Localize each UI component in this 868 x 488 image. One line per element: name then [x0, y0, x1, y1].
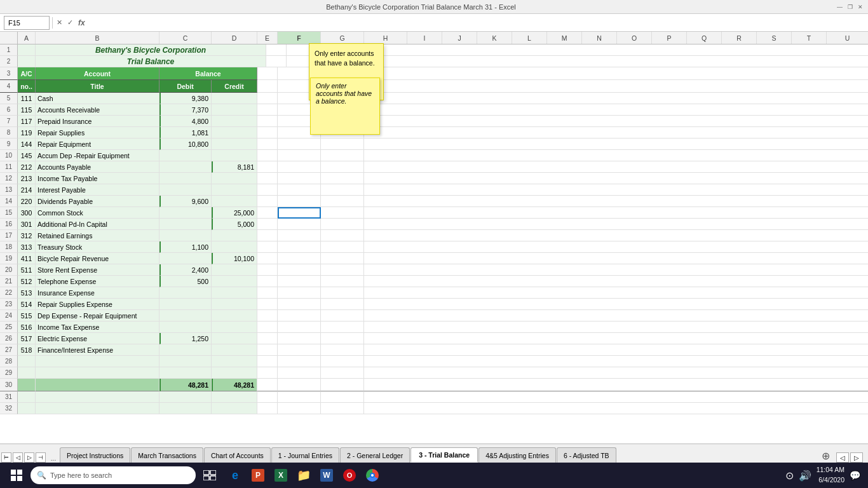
cell-f[interactable]: [278, 333, 321, 344]
cell-f[interactable]: [278, 276, 321, 287]
cell-debit[interactable]: [159, 299, 212, 310]
tab-general-ledger[interactable]: 2 - General Ledger: [340, 447, 410, 463]
cell-f[interactable]: [278, 264, 321, 276]
cell-credit[interactable]: [212, 367, 257, 379]
tab-march-transactions[interactable]: March Transactions: [131, 447, 203, 463]
cell-acnum[interactable]: 514: [18, 299, 36, 310]
cell-e2[interactable]: [266, 56, 287, 67]
cell-acno-header[interactable]: no..: [18, 80, 36, 93]
scroll-left-btn[interactable]: ◁: [836, 452, 849, 463]
cell-acname[interactable]: Treasury Stock: [36, 241, 159, 253]
cell-acnum[interactable]: 214: [18, 184, 36, 196]
cell-acname[interactable]: Income Tax Payable: [36, 173, 159, 184]
cell-f[interactable]: [278, 161, 321, 173]
cell-acnum[interactable]: 213: [18, 173, 36, 184]
cell-f[interactable]: [278, 184, 321, 196]
cell-g[interactable]: [321, 264, 364, 276]
cell-debit[interactable]: 48,281: [159, 379, 212, 391]
cell-credit[interactable]: 8,181: [212, 161, 257, 173]
cell-credit[interactable]: 10,100: [212, 253, 257, 264]
cell-acnum[interactable]: 212: [18, 161, 36, 173]
tab-adjusted-tb[interactable]: 6 - Adjusted TB: [557, 447, 616, 463]
cell-credit[interactable]: [212, 391, 257, 403]
col-d-hdr[interactable]: D: [212, 32, 257, 44]
cell-acnum[interactable]: 220: [18, 196, 36, 207]
cell-debit[interactable]: 7,370: [159, 104, 212, 116]
cell-debit[interactable]: 9,600: [159, 196, 212, 207]
cell-g[interactable]: [321, 230, 364, 241]
network-icon[interactable]: ⊙: [785, 470, 794, 482]
cell-acname[interactable]: Bicycle Repair Revenue: [36, 253, 159, 264]
powerpoint-app[interactable]: P: [247, 463, 269, 487]
cell-acname[interactable]: Insurance Expense: [36, 287, 159, 299]
window-controls[interactable]: — ❐ ✕: [837, 4, 863, 10]
cell-g[interactable]: [321, 367, 364, 379]
cell-e4[interactable]: [257, 80, 278, 93]
cell-e[interactable]: [257, 173, 278, 184]
close-btn[interactable]: ✕: [858, 4, 863, 10]
cell-f[interactable]: [278, 207, 321, 219]
cell-acnum[interactable]: 411: [18, 253, 36, 264]
tab-journal-entries[interactable]: 1 - Journal Entries: [271, 447, 339, 463]
cell-debit[interactable]: 1,250: [159, 333, 212, 344]
cell-debit[interactable]: [159, 367, 212, 379]
cell-g[interactable]: [321, 161, 364, 173]
cell-acname[interactable]: Interest Payable: [36, 184, 159, 196]
cell-g[interactable]: [321, 287, 364, 299]
restore-btn[interactable]: ❐: [848, 4, 853, 10]
cell-g[interactable]: [321, 379, 364, 391]
notification-icon[interactable]: 💬: [850, 470, 860, 480]
chrome-app[interactable]: [361, 463, 384, 487]
scroll-controls[interactable]: ◁ ▷: [836, 452, 863, 463]
cell-debit[interactable]: [159, 253, 212, 264]
add-sheet-btn[interactable]: ⊕: [818, 449, 833, 463]
cell-acname[interactable]: Accum Dep -Repair Equipment: [36, 150, 159, 161]
cell-f[interactable]: [278, 391, 321, 403]
cell-e[interactable]: [257, 403, 278, 414]
cell-acnum[interactable]: 512: [18, 276, 36, 287]
cell-debit[interactable]: [159, 344, 212, 356]
cell-acname[interactable]: Additional Pd-In Capital: [36, 219, 159, 230]
col-h-hdr[interactable]: H: [364, 32, 407, 44]
cancel-icon[interactable]: ✕: [55, 18, 64, 27]
cell-credit[interactable]: [212, 173, 257, 184]
cell-g[interactable]: [321, 150, 364, 161]
cell-acnum[interactable]: [18, 403, 36, 414]
cell-debit[interactable]: [159, 322, 212, 333]
cell-acname[interactable]: [36, 367, 159, 379]
cell-credit[interactable]: 25,000: [212, 207, 257, 219]
cell-acname[interactable]: Dividends Payable: [36, 196, 159, 207]
cell-e[interactable]: [257, 93, 278, 104]
cell-f[interactable]: [278, 241, 321, 253]
col-t-hdr[interactable]: T: [792, 32, 827, 44]
col-l-hdr[interactable]: L: [512, 32, 547, 44]
cell-acname[interactable]: Dep Expense - Repair Equipment: [36, 310, 159, 322]
cell-g[interactable]: [321, 356, 364, 367]
cell-g[interactable]: [321, 344, 364, 356]
cell-title-header[interactable]: Title: [36, 80, 159, 93]
cell-acname[interactable]: [36, 403, 159, 414]
cell-acnum[interactable]: 511: [18, 264, 36, 276]
cell-credit[interactable]: [212, 241, 257, 253]
col-p-hdr[interactable]: P: [652, 32, 687, 44]
cell-acnum[interactable]: 515: [18, 310, 36, 322]
cell-credit[interactable]: [212, 322, 257, 333]
cell-acnum[interactable]: [18, 391, 36, 403]
cell-acname[interactable]: [36, 356, 159, 367]
cell-acnum[interactable]: 313: [18, 241, 36, 253]
edge-app[interactable]: e: [224, 463, 247, 487]
cell-acnum[interactable]: 513: [18, 287, 36, 299]
col-o-hdr[interactable]: O: [617, 32, 652, 44]
cell-acnum[interactable]: 144: [18, 139, 36, 150]
cell-debit[interactable]: [159, 173, 212, 184]
cell-f[interactable]: [278, 310, 321, 322]
cell-balance-header[interactable]: Balance: [159, 67, 257, 80]
col-s-hdr[interactable]: S: [757, 32, 792, 44]
cell-e[interactable]: [257, 367, 278, 379]
cell-acname[interactable]: Income Tax Expense: [36, 322, 159, 333]
cell-credit[interactable]: [212, 139, 257, 150]
cell-g[interactable]: [321, 173, 364, 184]
file-explorer-app[interactable]: 📁: [292, 463, 315, 487]
col-q-hdr[interactable]: Q: [687, 32, 722, 44]
cell-credit[interactable]: [212, 184, 257, 196]
